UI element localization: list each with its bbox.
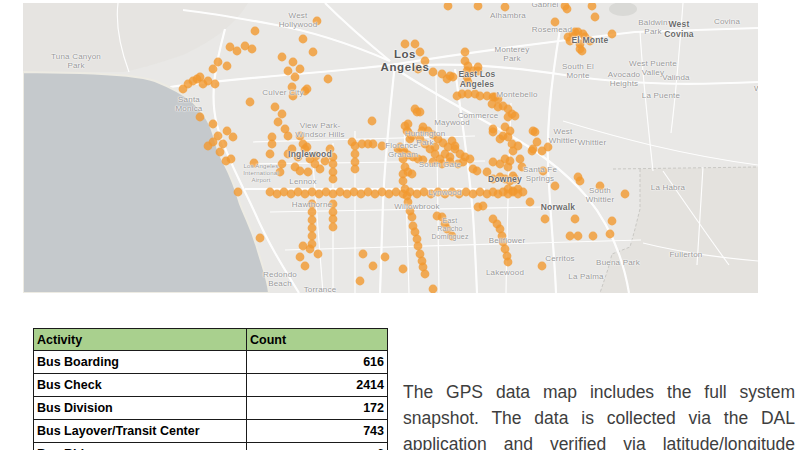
gps-dot bbox=[414, 242, 423, 251]
gps-dot bbox=[284, 132, 293, 141]
gps-dot bbox=[296, 132, 305, 141]
gps-dot bbox=[308, 208, 317, 217]
gps-dot bbox=[351, 165, 360, 174]
gps-dot bbox=[299, 35, 308, 44]
gps-dot bbox=[233, 47, 242, 56]
gps-dot bbox=[421, 270, 430, 279]
gps-dot bbox=[519, 188, 528, 197]
gps-dot bbox=[256, 234, 265, 243]
gps-dot bbox=[296, 65, 305, 74]
gps-dot bbox=[591, 13, 600, 22]
gps-dot bbox=[308, 216, 317, 225]
gps-dot bbox=[288, 83, 297, 92]
gps-dot bbox=[329, 200, 338, 209]
gps-dot bbox=[489, 158, 498, 167]
header-count: Count bbox=[247, 329, 388, 351]
activity-cell: Bus Ride bbox=[34, 443, 247, 450]
gps-dot bbox=[329, 215, 338, 224]
gps-dot bbox=[596, 182, 605, 191]
gps-dot bbox=[227, 155, 236, 164]
gps-dot bbox=[276, 168, 285, 177]
gps-dot bbox=[229, 133, 238, 142]
gps-dot bbox=[356, 277, 365, 286]
gps-dot bbox=[489, 128, 498, 137]
gps-dot bbox=[451, 142, 460, 151]
gps-dot bbox=[421, 57, 430, 66]
gps-dot bbox=[504, 113, 513, 122]
gps-dot bbox=[313, 17, 322, 26]
gps-dot bbox=[496, 135, 505, 144]
gps-dot bbox=[578, 47, 587, 56]
gps-dot bbox=[494, 103, 503, 112]
gps-dot bbox=[284, 67, 293, 76]
paragraph-line: application and verified via latitude/lo… bbox=[403, 431, 795, 450]
gps-dot bbox=[511, 175, 520, 184]
gps-dot bbox=[321, 157, 330, 166]
gps-dot bbox=[551, 182, 560, 191]
gps-dot bbox=[431, 143, 440, 152]
gps-dot bbox=[464, 78, 473, 87]
gps-dot bbox=[274, 118, 283, 127]
activity-cell: Bus Boarding bbox=[34, 351, 247, 374]
gps-dot bbox=[446, 158, 455, 167]
table-row: Bus Ride6 bbox=[34, 443, 388, 450]
gps-dot bbox=[329, 175, 338, 184]
count-cell: 743 bbox=[247, 420, 388, 443]
gps-dot bbox=[574, 173, 583, 182]
gps-dot bbox=[404, 198, 413, 207]
gps-dot bbox=[449, 73, 458, 82]
gps-dot bbox=[509, 147, 518, 156]
gps-dot bbox=[351, 150, 360, 159]
table-header-row: Activity Count bbox=[34, 329, 388, 351]
gps-dot bbox=[504, 258, 513, 267]
gps-dot bbox=[291, 73, 300, 82]
gps-dot bbox=[399, 265, 408, 274]
gps-dot bbox=[359, 250, 368, 259]
gps-dot bbox=[483, 190, 492, 199]
gps-dot bbox=[369, 140, 378, 149]
gps-dot bbox=[329, 160, 338, 169]
gps-dot bbox=[266, 150, 275, 159]
gps-dot bbox=[248, 45, 257, 54]
count-cell: 2414 bbox=[247, 374, 388, 397]
gps-dot bbox=[574, 232, 583, 241]
gps-dot bbox=[459, 158, 468, 167]
gps-dot bbox=[296, 253, 305, 262]
map-canvas bbox=[23, 3, 758, 293]
gps-data-map: Tuna Canyon ParkSanta MonicaWest Hollywo… bbox=[23, 3, 758, 293]
gps-dot bbox=[416, 48, 425, 57]
gps-dot bbox=[368, 117, 377, 126]
gps-dot bbox=[541, 215, 550, 224]
gps-dot bbox=[479, 202, 488, 211]
gps-dot bbox=[219, 140, 228, 149]
gps-dot bbox=[196, 113, 205, 122]
gps-dot bbox=[301, 262, 310, 271]
gps-dot bbox=[474, 3, 483, 10]
gps-dot bbox=[588, 3, 597, 10]
gps-dot bbox=[296, 167, 305, 176]
gps-dot bbox=[278, 110, 287, 119]
ocean bbox=[23, 72, 269, 293]
gps-dot bbox=[419, 156, 428, 165]
gps-dot bbox=[516, 155, 525, 164]
gps-dot bbox=[589, 232, 598, 241]
gps-dot bbox=[223, 62, 232, 71]
gps-dot bbox=[411, 105, 420, 114]
table-row: Bus Layover/Transit Center743 bbox=[34, 420, 388, 443]
table-row: Bus Check2414 bbox=[34, 374, 388, 397]
gps-dot bbox=[539, 167, 548, 176]
gps-dot bbox=[608, 30, 617, 39]
gps-dot bbox=[429, 285, 438, 293]
count-cell: 616 bbox=[247, 351, 388, 374]
gps-dot bbox=[606, 230, 615, 239]
gps-dot bbox=[544, 143, 553, 152]
gps-dot bbox=[571, 215, 580, 224]
gps-dot bbox=[234, 188, 243, 197]
gps-dot bbox=[211, 80, 220, 89]
gps-dot bbox=[531, 128, 540, 137]
table-row: Bus Boarding616 bbox=[34, 351, 388, 374]
gps-dot bbox=[306, 245, 315, 254]
count-cell: 6 bbox=[247, 443, 388, 450]
gps-dot bbox=[563, 5, 572, 14]
gps-dot bbox=[209, 138, 218, 147]
